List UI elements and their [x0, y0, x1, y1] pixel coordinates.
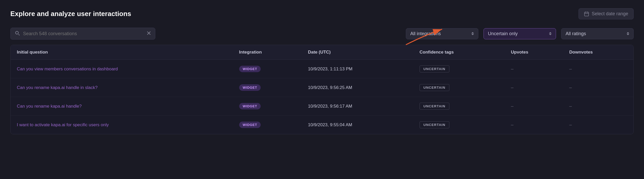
table-row: I want to activate kapa.ai for specific … — [11, 116, 633, 134]
upvotes-cell: – — [505, 60, 563, 78]
confidence-badge: UNCERTAIN — [420, 65, 449, 72]
question-link[interactable]: Can you rename kapa.ai handle? — [17, 104, 82, 109]
conversations-table: Initial question Integration Date (UTC) … — [10, 45, 634, 134]
col-header-integration: Integration — [233, 45, 302, 60]
table-row: Can you view members conversations in da… — [11, 60, 633, 78]
confidence-badge: UNCERTAIN — [420, 103, 449, 110]
table-header-row: Initial question Integration Date (UTC) … — [11, 45, 633, 60]
date-range-label: Select date range — [592, 11, 628, 17]
confidence-chevron-icon — [549, 32, 552, 35]
date-cell: 10/9/2023, 9:55:04 AM — [302, 116, 413, 134]
date-cell: 10/9/2023, 1:11:13 PM — [302, 60, 413, 78]
col-header-date: Date (UTC) — [302, 45, 413, 60]
search-icon — [15, 31, 20, 37]
downvotes-cell: – — [563, 60, 633, 78]
question-link[interactable]: Can you rename kapa.ai handle in slack? — [17, 85, 98, 90]
search-input[interactable] — [23, 31, 144, 36]
date-cell: 10/9/2023, 9:56:17 AM — [302, 97, 413, 116]
search-clear-icon[interactable] — [147, 31, 151, 36]
confidence-filter[interactable]: Uncertain only — [484, 28, 556, 39]
downvotes-cell: – — [563, 116, 633, 134]
confidence-badge: UNCERTAIN — [420, 121, 449, 128]
col-header-confidence: Confidence tags — [413, 45, 505, 60]
col-header-downvotes: Downvotes — [563, 45, 633, 60]
ratings-chevron-icon — [627, 32, 629, 35]
downvotes-cell: – — [563, 97, 633, 116]
question-link[interactable]: I want to activate kapa.ai for specific … — [17, 122, 109, 127]
page-title: Explore and analyze user interactions — [10, 10, 131, 18]
upvotes-cell: – — [505, 97, 563, 116]
ratings-filter-label: All ratings — [566, 31, 586, 36]
integrations-chevron-icon — [471, 32, 474, 35]
svg-point-1 — [16, 31, 18, 34]
search-container — [10, 28, 155, 40]
widget-badge: WIDGET — [239, 122, 261, 128]
question-link[interactable]: Can you view members conversations in da… — [17, 66, 118, 71]
integrations-filter-label: All integrations — [410, 31, 441, 36]
table-wrapper: Initial question Integration Date (UTC) … — [10, 45, 634, 134]
table-row: Can you rename kapa.ai handle in slack?W… — [11, 78, 633, 97]
widget-badge: WIDGET — [239, 103, 261, 109]
confidence-badge: UNCERTAIN — [420, 84, 449, 91]
widget-badge: WIDGET — [239, 66, 261, 72]
calendar-icon — [584, 11, 589, 17]
col-header-question: Initial question — [11, 45, 233, 60]
widget-badge: WIDGET — [239, 84, 261, 91]
date-cell: 10/9/2023, 9:56:25 AM — [302, 78, 413, 97]
upvotes-cell: – — [505, 78, 563, 97]
date-range-button[interactable]: Select date range — [579, 8, 634, 19]
confidence-filter-label: Uncertain only — [488, 31, 518, 36]
table-row: Can you rename kapa.ai handle?WIDGET10/9… — [11, 97, 633, 116]
ratings-filter[interactable]: All ratings — [561, 28, 634, 39]
integrations-filter[interactable]: All integrations — [406, 28, 478, 39]
upvotes-cell: – — [505, 116, 563, 134]
downvotes-cell: – — [563, 78, 633, 97]
svg-rect-0 — [584, 12, 589, 16]
col-header-upvotes: Upvotes — [505, 45, 563, 60]
